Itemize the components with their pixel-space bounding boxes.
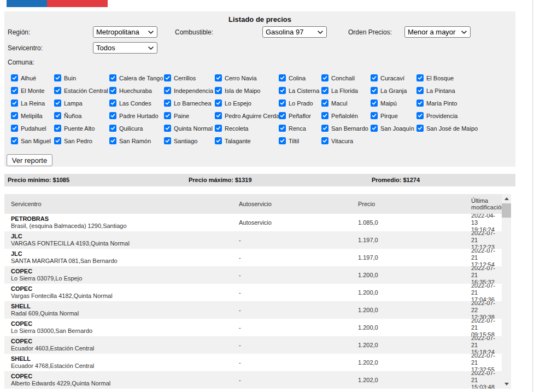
orden-precios-select[interactable]: Menor a mayor <box>404 26 471 38</box>
checkbox-checked-icon[interactable] <box>321 112 328 119</box>
comuna-checkbox-item[interactable]: Maipú <box>371 100 416 107</box>
comuna-checkbox-item[interactable]: Las Condes <box>109 100 164 107</box>
checkbox-checked-icon[interactable] <box>321 87 328 94</box>
comuna-checkbox-item[interactable]: Isla de Maipo <box>215 87 279 94</box>
checkbox-checked-icon[interactable] <box>416 87 424 94</box>
comuna-checkbox-item[interactable]: Lampa <box>54 100 109 107</box>
checkbox-checked-icon[interactable] <box>416 125 424 132</box>
comuna-checkbox-item[interactable]: Paine <box>164 112 215 119</box>
comuna-checkbox-item[interactable]: Cerrillos <box>164 74 215 81</box>
comuna-checkbox-item[interactable]: Recoleta <box>215 125 279 132</box>
checkbox-checked-icon[interactable] <box>11 74 18 81</box>
comuna-checkbox-item[interactable]: Talagante <box>215 137 279 144</box>
checkbox-checked-icon[interactable] <box>109 125 116 132</box>
checkbox-checked-icon[interactable] <box>11 87 18 94</box>
table-scrollbar[interactable] <box>502 194 511 389</box>
scrollbar-thumb[interactable] <box>502 203 511 218</box>
checkbox-checked-icon[interactable] <box>109 87 116 94</box>
comuna-checkbox-item[interactable]: Lo Prado <box>279 100 321 107</box>
checkbox-checked-icon[interactable] <box>109 112 116 119</box>
comuna-checkbox-item[interactable]: Pirque <box>371 112 416 119</box>
scroll-up-icon[interactable] <box>502 194 511 203</box>
comuna-checkbox-item[interactable]: San Miguel <box>11 137 54 144</box>
checkbox-checked-icon[interactable] <box>321 137 328 144</box>
comuna-checkbox-item[interactable]: Quinta Normal <box>164 125 215 132</box>
comuna-checkbox-item[interactable]: La Reina <box>11 100 54 107</box>
comuna-checkbox-item[interactable]: Calera de Tango <box>109 74 164 81</box>
comuna-checkbox-item[interactable]: La Florida <box>321 87 371 94</box>
checkbox-checked-icon[interactable] <box>321 125 328 132</box>
comuna-checkbox-item[interactable]: Independencia <box>164 87 215 94</box>
comuna-checkbox-item[interactable]: Macul <box>321 100 371 107</box>
comuna-checkbox-item[interactable]: Estación Central <box>54 87 109 94</box>
checkbox-checked-icon[interactable] <box>279 137 286 144</box>
ver-reporte-button[interactable]: Ver reporte <box>7 154 52 166</box>
checkbox-checked-icon[interactable] <box>215 112 222 119</box>
checkbox-checked-icon[interactable] <box>109 100 116 107</box>
checkbox-checked-icon[interactable] <box>164 74 171 81</box>
comuna-checkbox-item[interactable]: Huechuraba <box>109 87 164 94</box>
checkbox-checked-icon[interactable] <box>279 112 286 119</box>
checkbox-checked-icon[interactable] <box>164 125 171 132</box>
checkbox-checked-icon[interactable] <box>11 137 18 144</box>
comuna-checkbox-item[interactable]: Puente Alto <box>54 125 109 132</box>
comuna-checkbox-item[interactable]: Lo Espejo <box>215 100 279 107</box>
comuna-checkbox-item[interactable]: Peñaflor <box>279 112 321 119</box>
comuna-checkbox-item[interactable]: San Pedro <box>54 137 109 144</box>
comuna-checkbox-item[interactable]: La Granja <box>371 87 416 94</box>
comuna-checkbox-item[interactable]: Colina <box>279 74 321 81</box>
comuna-checkbox-item[interactable]: Conchalí <box>321 74 371 81</box>
checkbox-checked-icon[interactable] <box>164 112 171 119</box>
checkbox-checked-icon[interactable] <box>215 125 222 132</box>
checkbox-checked-icon[interactable] <box>279 125 286 132</box>
checkbox-checked-icon[interactable] <box>416 112 424 119</box>
checkbox-checked-icon[interactable] <box>279 87 286 94</box>
comuna-checkbox-item[interactable]: San José de Maipo <box>416 125 510 132</box>
comuna-checkbox-item[interactable]: Curacaví <box>371 74 416 81</box>
checkbox-checked-icon[interactable] <box>371 74 378 81</box>
comuna-checkbox-item[interactable]: Cerro Navia <box>215 74 279 81</box>
comuna-checkbox-item[interactable]: San Joaquín <box>371 125 416 132</box>
checkbox-checked-icon[interactable] <box>215 100 222 107</box>
comuna-checkbox-item[interactable]: Peñalolén <box>321 112 371 119</box>
checkbox-checked-icon[interactable] <box>54 125 61 132</box>
checkbox-checked-icon[interactable] <box>321 74 328 81</box>
checkbox-checked-icon[interactable] <box>215 87 222 94</box>
checkbox-checked-icon[interactable] <box>416 74 424 81</box>
comuna-checkbox-item[interactable]: Buin <box>54 74 109 81</box>
checkbox-checked-icon[interactable] <box>215 137 222 144</box>
servicentro-select[interactable]: Todos <box>93 42 157 54</box>
checkbox-checked-icon[interactable] <box>164 137 171 144</box>
comuna-checkbox-item[interactable]: San Bernardo <box>321 125 371 132</box>
comuna-checkbox-item[interactable]: El Bosque <box>416 74 510 81</box>
comuna-checkbox-item[interactable]: Alhué <box>11 74 54 81</box>
checkbox-checked-icon[interactable] <box>279 100 286 107</box>
comuna-checkbox-item[interactable]: María Pinto <box>416 100 510 107</box>
checkbox-checked-icon[interactable] <box>109 74 116 81</box>
checkbox-checked-icon[interactable] <box>54 74 61 81</box>
comuna-checkbox-item[interactable]: Providencia <box>416 112 510 119</box>
checkbox-checked-icon[interactable] <box>371 100 378 107</box>
checkbox-checked-icon[interactable] <box>215 74 222 81</box>
comuna-checkbox-item[interactable]: Melipilla <box>11 112 54 119</box>
comuna-checkbox-item[interactable]: La Cisterna <box>279 87 321 94</box>
checkbox-checked-icon[interactable] <box>54 100 61 107</box>
checkbox-checked-icon[interactable] <box>371 112 378 119</box>
comuna-checkbox-item[interactable]: Vitacura <box>321 137 371 144</box>
comuna-checkbox-item[interactable]: Quilicura <box>109 125 164 132</box>
comuna-checkbox-item[interactable]: Santiago <box>164 137 215 144</box>
comuna-checkbox-item[interactable]: Padre Hurtado <box>109 112 164 119</box>
checkbox-checked-icon[interactable] <box>109 137 116 144</box>
checkbox-checked-icon[interactable] <box>321 100 328 107</box>
region-select[interactable]: Metropolitana <box>93 26 157 38</box>
checkbox-checked-icon[interactable] <box>164 87 171 94</box>
checkbox-checked-icon[interactable] <box>371 87 378 94</box>
scroll-down-icon[interactable] <box>502 379 511 389</box>
combustible-select[interactable]: Gasolina 97 <box>262 26 327 38</box>
checkbox-checked-icon[interactable] <box>54 112 61 119</box>
comuna-checkbox-item[interactable]: Pudahuel <box>11 125 54 132</box>
checkbox-checked-icon[interactable] <box>416 100 424 107</box>
comuna-checkbox-item[interactable]: El Monte <box>11 87 54 94</box>
comuna-checkbox-item[interactable]: Lo Barnechea <box>164 100 215 107</box>
checkbox-checked-icon[interactable] <box>54 87 61 94</box>
